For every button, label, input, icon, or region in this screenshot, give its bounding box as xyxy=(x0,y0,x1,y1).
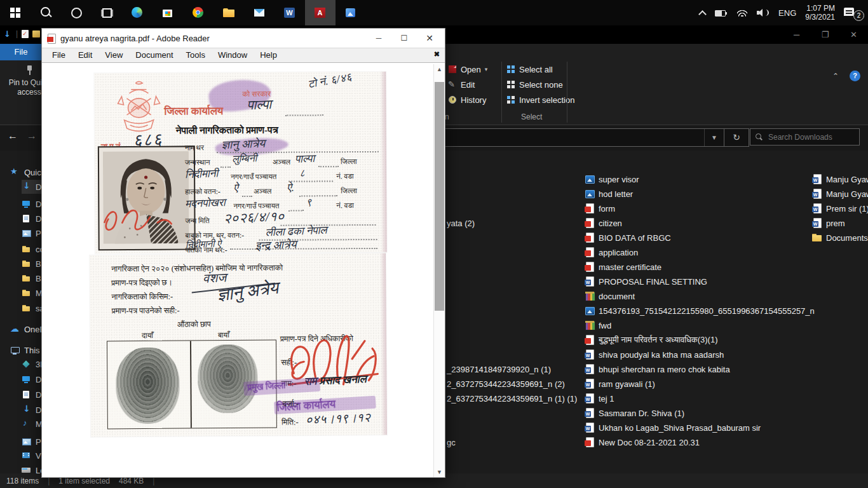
battery-button[interactable] xyxy=(710,0,732,25)
file-item[interactable]: Documents xyxy=(812,231,868,245)
help-button[interactable]: ? xyxy=(850,71,860,81)
pdf-scrollbar[interactable]: ▲ ▼ xyxy=(433,64,445,477)
file-name-fragment[interactable]: gc xyxy=(447,435,456,449)
menu-document[interactable]: Document xyxy=(129,48,179,62)
taskbar-store-button[interactable] xyxy=(153,0,183,25)
adobe-reader-window: gyanu atreya nagrita.pdf - Adobe Reader … xyxy=(41,28,445,478)
file-item[interactable]: fwd xyxy=(585,318,611,332)
open-button[interactable]: Open▾ xyxy=(448,64,487,75)
pdf-document-area[interactable]: को सरकार जिल्ला कार्यालय पाल्पा टो नं. ६… xyxy=(42,64,445,477)
file-item[interactable]: citizen xyxy=(585,216,622,230)
folder-file-icon xyxy=(812,233,822,243)
address-bar[interactable]: ▼ xyxy=(443,128,724,147)
search-input[interactable] xyxy=(767,132,852,142)
menu-edit[interactable]: Edit xyxy=(72,48,98,62)
select-all-icon xyxy=(506,65,515,74)
scroll-down-icon[interactable]: ▼ xyxy=(434,467,445,477)
menu-help[interactable]: Help xyxy=(254,48,283,62)
language-indicator[interactable]: ENG xyxy=(774,0,801,25)
network-button[interactable] xyxy=(732,0,752,25)
properties-icon[interactable] xyxy=(22,30,29,38)
menu-file[interactable]: File xyxy=(46,48,72,62)
explorer-restore-button[interactable]: ❐ xyxy=(811,25,839,44)
taskbar-taskview-button[interactable] xyxy=(92,0,122,25)
scrollbar-thumb[interactable] xyxy=(435,82,444,311)
file-menu-tab[interactable]: File xyxy=(0,44,42,60)
file-item[interactable]: document xyxy=(585,289,635,303)
file-item[interactable]: application xyxy=(585,245,638,259)
file-item[interactable]: Manju Gyaw xyxy=(812,187,868,201)
history-button[interactable]: History xyxy=(448,94,487,105)
file-item[interactable]: Ukhan ko Lagab_Shiva Prasad_baburam sir xyxy=(585,421,761,435)
taskbar-adobe-button[interactable] xyxy=(305,0,336,25)
file-item[interactable]: hod letter xyxy=(585,187,633,201)
file-item[interactable]: tej 1 xyxy=(585,391,614,405)
file-item[interactable]: shiva poudyal ka ktha ma aadarsh xyxy=(585,348,724,362)
adobe-minimize-button[interactable]: ─ xyxy=(366,29,391,48)
file-item[interactable]: ram gyawali (1) xyxy=(585,377,655,391)
menu-tools[interactable]: Tools xyxy=(180,48,212,62)
pic-icon xyxy=(22,437,31,446)
taskbar-photos-button[interactable] xyxy=(336,0,366,25)
forward-button[interactable]: → xyxy=(27,130,37,142)
cert-office-label: जिल्ला कार्यालय xyxy=(165,105,224,118)
file-item[interactable]: New Doc 08-21-2021 20.31 xyxy=(585,435,700,449)
taskview-icon xyxy=(100,6,113,19)
taskbar-search-button[interactable] xyxy=(31,0,61,25)
taskbar-explorer-button[interactable] xyxy=(214,0,244,25)
file-name-fragment[interactable]: yata (2) xyxy=(447,216,475,230)
collapse-ribbon-button[interactable]: ⌃ xyxy=(832,72,839,81)
menu-view[interactable]: View xyxy=(98,48,129,62)
menu-window[interactable]: Window xyxy=(212,48,254,62)
clock[interactable]: 1:07 PM 9/3/2021 xyxy=(801,0,839,25)
file-name-fragment[interactable]: _23987141849739920_n (1) xyxy=(447,362,551,376)
file-item[interactable]: बुद्धभूमी नाम परिवर्तन र अध्यावधिक(3)(1) xyxy=(585,333,717,347)
downloads-icon[interactable]: ↓ xyxy=(4,30,12,38)
action-center-button[interactable]: 2 xyxy=(839,0,868,25)
file-item[interactable]: prem xyxy=(812,216,845,230)
file-item[interactable]: form xyxy=(585,201,615,215)
file-item[interactable]: bhupi sherchan ra mero chok kabita xyxy=(585,362,730,376)
invert-selection-button[interactable]: Invert selection xyxy=(506,94,574,105)
cloud-icon xyxy=(10,325,19,334)
file-name-fragment[interactable]: 2_6372753442234359691_n (2) xyxy=(447,377,565,391)
explorer-search-box[interactable] xyxy=(750,128,860,146)
adobe-title-bar[interactable]: gyanu atreya nagrita.pdf - Adobe Reader … xyxy=(42,29,445,48)
file-item[interactable]: master certificate xyxy=(585,260,661,274)
edit-button[interactable]: Edit xyxy=(448,79,487,90)
select-all-button[interactable]: Select all xyxy=(506,64,574,75)
taskbar-edge-button[interactable] xyxy=(122,0,153,25)
file-name: hod letter xyxy=(599,189,633,199)
taskbar-word-button[interactable] xyxy=(275,0,305,25)
file-item[interactable]: BIO DATA of RBGC xyxy=(585,231,671,245)
item-count: 118 items xyxy=(6,477,39,485)
taskbar-mail-button[interactable] xyxy=(244,0,275,25)
pdf-file-icon xyxy=(585,233,595,243)
new-folder-icon[interactable] xyxy=(32,30,40,37)
back-button[interactable]: ← xyxy=(8,130,18,142)
address-dropdown-chevron-icon[interactable]: ▼ xyxy=(704,129,724,146)
file-item[interactable]: Manju Gyaw xyxy=(812,172,868,186)
scroll-up-icon[interactable]: ▲ xyxy=(434,64,445,74)
file-item[interactable]: Prem sir (1) xyxy=(812,201,868,215)
file-item[interactable]: Sasmaran Dr. Shiva (1) xyxy=(585,406,684,420)
document-close-icon[interactable]: ✖ xyxy=(434,50,440,58)
explorer-window-controls: ─ ❐ ✕ xyxy=(782,25,868,44)
taskbar-cortana-button[interactable] xyxy=(61,0,92,25)
adobe-close-button[interactable]: ✕ xyxy=(417,29,442,48)
file-name-fragment[interactable]: 2_6372753442234359691_n (1) (1) xyxy=(447,391,577,405)
adobe-maximize-button[interactable]: ☐ xyxy=(391,29,417,48)
file-item[interactable]: super visor xyxy=(585,172,639,186)
explorer-minimize-button[interactable]: ─ xyxy=(782,25,811,44)
select-none-icon xyxy=(506,80,515,89)
explorer-close-button[interactable]: ✕ xyxy=(839,25,868,44)
file-item[interactable]: PROPOSAL FINAL SETTING xyxy=(585,274,707,288)
file-item[interactable]: 154376193_751542122155980_65519963671545… xyxy=(585,304,815,318)
taskbar-chrome-button[interactable] xyxy=(183,0,214,25)
tray-expand-button[interactable] xyxy=(694,0,710,25)
select-none-button[interactable]: Select none xyxy=(506,79,574,90)
taskbar-start-button[interactable] xyxy=(0,0,31,25)
refresh-button[interactable]: ↻ xyxy=(724,128,749,147)
volume-button[interactable] xyxy=(752,0,774,25)
label-holder-signature: प्रमाण-पत्र पाउनेको सही:- xyxy=(112,306,180,316)
